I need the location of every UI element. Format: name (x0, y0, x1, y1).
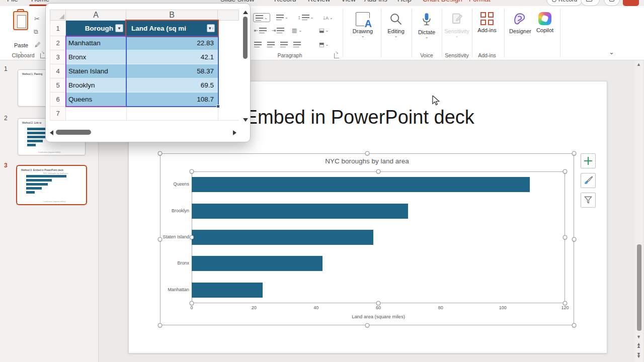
tab-home[interactable]: Home (31, 0, 49, 3)
chart-styles-button[interactable] (581, 173, 596, 188)
scroll-up-icon[interactable]: ▲ (636, 62, 641, 67)
selection-handle[interactable] (365, 323, 369, 328)
selection-handle[interactable] (158, 323, 163, 328)
bar-queens[interactable] (192, 177, 530, 192)
xl-scroll-left-icon[interactable] (50, 130, 53, 135)
text-direction-button[interactable]: ⬓⌄ (319, 27, 329, 34)
align-right-button[interactable] (280, 41, 288, 47)
cell-borough[interactable]: Brooklyn (66, 78, 126, 93)
justify-button[interactable] (293, 41, 301, 47)
selection-handle[interactable] (376, 301, 381, 306)
cell-area[interactable]: 42.1 (126, 50, 218, 64)
row-number-2[interactable]: 2 (50, 36, 66, 50)
dictate-button[interactable]: Dictate ⌄ (412, 12, 442, 39)
bar-staten-island[interactable] (192, 230, 373, 245)
format-painter-button[interactable]: 🖉 (35, 41, 41, 48)
selection-handle[interactable] (190, 235, 194, 240)
previous-slide-icon[interactable]: ▲▲ (636, 343, 641, 348)
selection-handle[interactable] (572, 237, 577, 242)
copy-button[interactable]: ⧉ (34, 28, 38, 35)
tab-add-ins[interactable]: Add-ins (364, 0, 387, 3)
xl-scroll-up-icon[interactable] (243, 11, 248, 14)
drawing-button[interactable]: A Drawing ⌄ (347, 12, 379, 38)
record-button[interactable]: Record (546, 0, 583, 6)
paragraph-dialog-launcher-icon[interactable] (334, 53, 339, 58)
scrollbar-thumb[interactable] (637, 244, 641, 331)
scroll-down-icon[interactable]: ▼ (636, 335, 641, 339)
tab-file[interactable]: File (7, 0, 18, 3)
row-number-7[interactable]: 7 (50, 107, 66, 121)
cell-borough[interactable]: Manhattan (66, 36, 126, 50)
tab-review[interactable]: Review (308, 0, 330, 3)
column-header-a[interactable]: A (66, 10, 126, 21)
numbering-button[interactable]: ⌄ (276, 14, 288, 20)
selection-handle[interactable] (563, 235, 568, 240)
cell-borough[interactable]: Queens (66, 93, 126, 107)
copilot-button[interactable]: Copilot (531, 12, 558, 33)
tab-record[interactable]: Record (274, 0, 296, 3)
chart-elements-button[interactable] (581, 153, 596, 168)
bullets-button[interactable]: ⌄ (253, 13, 270, 22)
cell-area[interactable]: 22.83 (126, 36, 218, 50)
tab-view[interactable]: View (341, 0, 356, 3)
decrease-indent-button[interactable]: ⇤ (254, 27, 267, 33)
share-button[interactable] (581, 0, 600, 6)
slide-3-thumbnail[interactable]: Method 3: Embed in PowerPoint deck NYC b… (16, 165, 87, 205)
tab-chart-design[interactable]: Chart Design (423, 0, 462, 3)
selection-handle[interactable] (365, 151, 369, 156)
row-number-1[interactable]: 1 (50, 21, 66, 36)
bar-manhattan[interactable] (192, 283, 263, 298)
chart-title[interactable]: NYC boroughs by land area (160, 157, 574, 165)
align-center-button[interactable] (267, 41, 275, 47)
line-spacing-button[interactable]: ↕⌄ (298, 14, 313, 20)
embedded-chart[interactable]: NYC boroughs by land area QueensBrooklyn… (160, 153, 574, 325)
selection-handle[interactable] (563, 169, 568, 174)
clipboard-dialog-launcher-icon[interactable] (40, 53, 45, 58)
row-number-5[interactable]: 5 (50, 78, 66, 93)
cell-area[interactable]: 58.37 (126, 64, 218, 78)
next-slide-icon[interactable]: ▼▼ (636, 353, 641, 358)
present-button[interactable] (623, 0, 639, 6)
xl-scroll-down-icon[interactable] (243, 118, 248, 122)
xl-scroll-right-icon[interactable] (233, 130, 236, 135)
select-all-corner[interactable] (50, 10, 66, 21)
table-header-area[interactable]: Land Area (sq mi (126, 21, 218, 36)
selection-handle[interactable] (190, 169, 194, 174)
chart-x-axis-title[interactable]: Land area (square miles) (192, 314, 565, 319)
selection-handle[interactable] (190, 301, 194, 306)
selection-handle[interactable] (158, 237, 163, 242)
smartart-button[interactable]: ⬒⌄ (319, 41, 329, 48)
addins-button[interactable]: Add-ins (471, 12, 503, 33)
cell-borough[interactable]: Staten Island (66, 64, 126, 78)
cut-button[interactable]: ✂ (34, 15, 40, 23)
row-number-3[interactable]: 3 (50, 50, 66, 64)
collapse-ribbon-chevron-icon[interactable]: ⌄ (609, 48, 614, 56)
increase-indent-button[interactable]: ⇥ (272, 27, 284, 33)
columns-button[interactable]: ▥⌄ (292, 27, 302, 34)
tab-help[interactable]: Help (397, 0, 412, 3)
row-number-6[interactable]: 6 (50, 93, 66, 107)
xl-horizontal-scrollbar-thumb[interactable] (56, 130, 91, 135)
fill-handle[interactable] (216, 105, 220, 108)
bar-bronx[interactable] (192, 256, 323, 271)
row-number-4[interactable]: 4 (50, 64, 66, 78)
selection-handle[interactable] (376, 169, 381, 174)
sort-button[interactable]: ↓A⌄ (323, 14, 333, 21)
align-left-button[interactable] (254, 41, 262, 47)
chart-filters-button[interactable] (581, 193, 596, 208)
column-header-b[interactable]: B (126, 10, 218, 21)
selection-handle[interactable] (158, 151, 163, 156)
sensitivity-button[interactable]: Sensitivity ⌄ (441, 12, 472, 38)
column-header-c[interactable] (218, 10, 239, 21)
selection-handle[interactable] (572, 151, 577, 156)
selection-handle[interactable] (572, 323, 577, 328)
comments-button[interactable] (604, 0, 620, 6)
tab-format[interactable]: Format (469, 0, 491, 3)
selection-handle[interactable] (563, 301, 568, 306)
excel-embedded-window[interactable]: A B 1234567 Borough ▼ Land Area (sq mi ▼… (45, 3, 251, 142)
xl-vertical-scrollbar-thumb[interactable] (243, 17, 248, 59)
empty-row[interactable] (66, 107, 239, 121)
cell-borough[interactable]: Bronx (66, 50, 126, 64)
cell-area[interactable]: 108.7 (126, 93, 218, 107)
cell-area[interactable]: 69.5 (126, 78, 218, 93)
